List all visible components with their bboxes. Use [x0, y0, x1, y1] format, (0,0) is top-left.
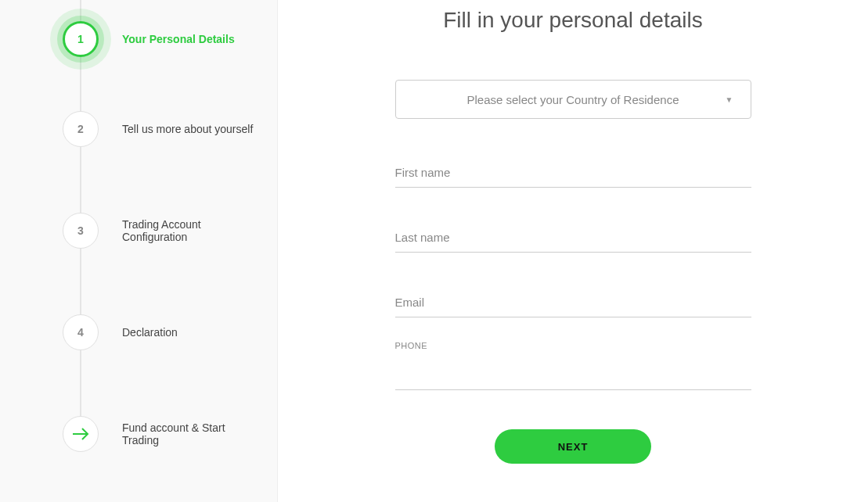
step-number-badge: 1 [63, 21, 99, 57]
step-arrow-badge [63, 416, 99, 452]
first-name-field[interactable] [395, 158, 751, 188]
last-name-field[interactable] [395, 223, 751, 253]
step-label: Fund account & Start Trading [122, 421, 254, 446]
step-number-badge: 3 [63, 213, 99, 249]
country-select-placeholder: Please select your Country of Residence [467, 93, 679, 106]
step-label: Tell us more about yourself [122, 123, 253, 135]
step-number-badge: 2 [63, 111, 99, 147]
arrow-right-icon [72, 428, 89, 440]
step-trading-config[interactable]: 3 Trading Account Configuration [23, 180, 254, 281]
country-select[interactable]: Please select your Country of Residence … [395, 80, 751, 119]
step-number-badge: 4 [63, 314, 99, 350]
step-list: 1 Your Personal Details 2 Tell us more a… [23, 0, 254, 485]
last-name-field-wrap [395, 223, 751, 253]
step-label: Trading Account Configuration [122, 218, 254, 243]
email-field-wrap [395, 288, 751, 317]
main-content: Fill in your personal details Please sel… [278, 0, 868, 502]
step-about-yourself[interactable]: 2 Tell us more about yourself [23, 78, 254, 180]
step-fund-account[interactable]: Fund account & Start Trading [23, 383, 254, 485]
step-personal-details[interactable]: 1 Your Personal Details [23, 0, 254, 78]
next-button[interactable]: NEXT [495, 429, 651, 464]
step-label: Your Personal Details [122, 33, 235, 45]
phone-label: PHONE [395, 341, 751, 350]
chevron-down-icon: ▼ [726, 95, 733, 104]
step-declaration[interactable]: 4 Declaration [23, 281, 254, 383]
step-label: Declaration [122, 326, 178, 339]
sidebar: 1 Your Personal Details 2 Tell us more a… [0, 0, 278, 502]
first-name-field-wrap [395, 158, 751, 188]
page-title: Fill in your personal details [443, 8, 703, 33]
personal-details-form: Please select your Country of Residence … [395, 80, 751, 464]
phone-field[interactable] [395, 354, 751, 390]
email-field[interactable] [395, 288, 751, 317]
phone-field-wrap: PHONE [395, 341, 751, 390]
